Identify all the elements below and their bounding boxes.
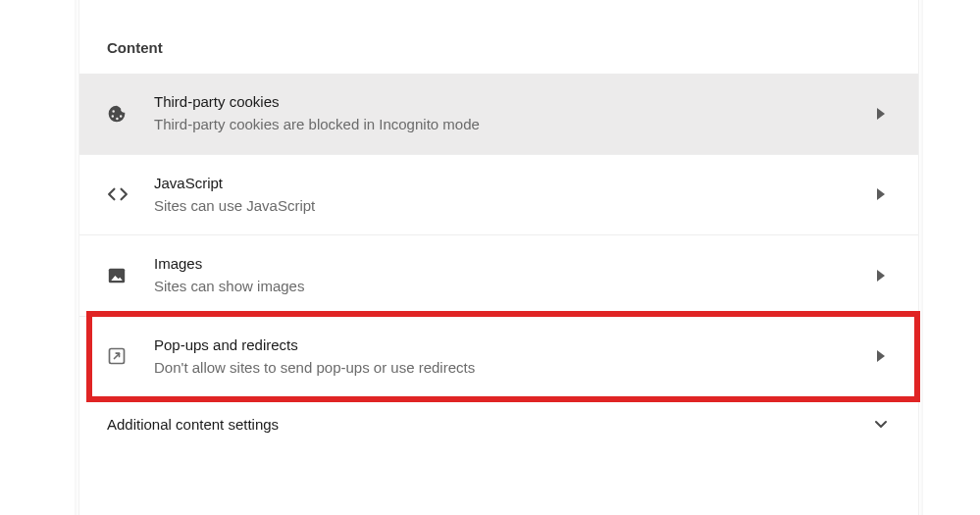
svg-rect-0 bbox=[109, 268, 125, 283]
section-title: Content bbox=[79, 0, 918, 74]
row-sublabel: Sites can use JavaScript bbox=[154, 195, 832, 218]
cookie-icon bbox=[107, 104, 154, 124]
chevron-right-icon bbox=[871, 108, 891, 120]
row-label: Third-party cookies bbox=[154, 91, 832, 112]
chevron-right-icon bbox=[871, 270, 891, 282]
row-third-party-cookies[interactable]: Third-party cookies Third-party cookies … bbox=[79, 74, 918, 155]
row-label: Pop-ups and redirects bbox=[154, 335, 832, 355]
row-label: Images bbox=[154, 253, 832, 274]
chevron-right-icon bbox=[871, 188, 891, 200]
content-settings-panel: Content Third-party cookies Third-party … bbox=[78, 0, 919, 515]
row-popups-redirects[interactable]: Pop-ups and redirects Don't allow sites … bbox=[79, 317, 918, 397]
row-additional-content-settings[interactable]: Additional content settings bbox=[79, 396, 918, 452]
row-label: Additional content settings bbox=[107, 414, 871, 435]
row-javascript[interactable]: JavaScript Sites can use JavaScript bbox=[79, 155, 918, 236]
row-label: JavaScript bbox=[154, 173, 832, 193]
row-images[interactable]: Images Sites can show images bbox=[79, 235, 918, 317]
popup-icon bbox=[107, 346, 154, 366]
chevron-right-icon bbox=[871, 350, 891, 362]
chevron-down-icon bbox=[871, 420, 891, 429]
image-icon bbox=[107, 267, 154, 284]
row-sublabel: Sites can show images bbox=[154, 276, 832, 298]
row-sublabel: Third-party cookies are blocked in Incog… bbox=[154, 114, 832, 136]
code-icon bbox=[107, 186, 154, 202]
row-sublabel: Don't allow sites to send pop-ups or use… bbox=[154, 357, 832, 380]
